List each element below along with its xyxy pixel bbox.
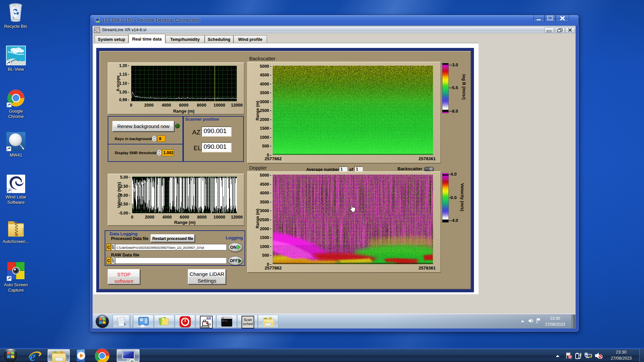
- svg-text:Scan: Scan: [244, 318, 252, 322]
- svg-text:C:\_: C:\_: [222, 319, 228, 322]
- svg-text:sched: sched: [243, 322, 253, 326]
- svg-text:XR: XR: [206, 317, 211, 320]
